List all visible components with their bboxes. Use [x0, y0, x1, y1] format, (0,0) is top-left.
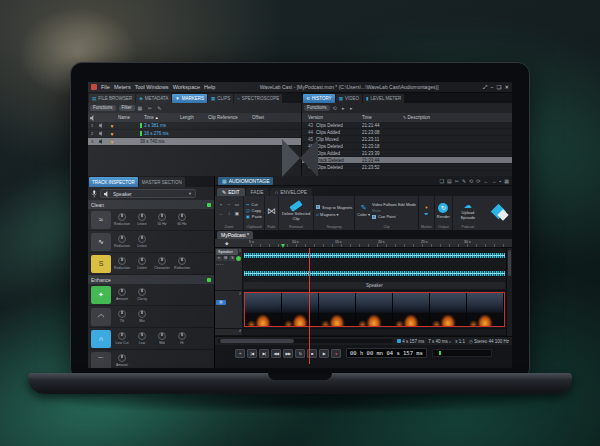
knob-control[interactable] — [118, 213, 126, 221]
play-button[interactable]: ▶ — [319, 349, 329, 358]
denoiser-button[interactable]: ≈ — [91, 211, 111, 229]
tab-markers[interactable]: ▼MARKERS — [172, 94, 207, 103]
knob-control[interactable] — [138, 213, 146, 221]
track2-header[interactable]: 2 ▦ — [215, 291, 243, 329]
pen-icon[interactable]: ✎ — [361, 204, 367, 212]
video-track-button[interactable]: ▦ — [216, 300, 226, 305]
rewind-button[interactable]: ◀◀ — [271, 349, 281, 358]
solo-button[interactable]: S — [229, 256, 235, 261]
functions-button[interactable]: Functions — [90, 105, 116, 112]
knob-control[interactable] — [118, 235, 126, 243]
zoom-tool-icon[interactable]: ▭ — [233, 202, 241, 211]
header-tool-icon[interactable]: ✂ — [455, 178, 459, 184]
copy-button[interactable]: ❏Copy — [246, 208, 262, 213]
limiter-button[interactable]: ⌒ — [91, 352, 111, 369]
magnifier-icon[interactable]: ⌕ — [449, 339, 452, 344]
scrollbar-thumb[interactable] — [220, 339, 294, 343]
knob-control[interactable] — [138, 235, 146, 243]
header-tool-icon[interactable]: ← — [483, 178, 488, 184]
history-row[interactable]: 43Clips Deleted21:21:44 — [302, 122, 512, 129]
history-toolbar-icons[interactable]: ⟲ ▸ ▸ — [333, 105, 355, 111]
knob-control[interactable] — [138, 257, 146, 265]
snap-to-magnets-checkbox[interactable]: ✓Snap to Magnets — [316, 205, 352, 210]
history-row[interactable]: 46Clips Deleted21:23:18 — [302, 143, 512, 150]
cut-button[interactable]: ✂Cut — [246, 202, 262, 207]
knob-control[interactable] — [178, 332, 186, 340]
col-clip-reference[interactable]: Clip Reference — [208, 115, 252, 120]
marker-drop-icon[interactable]: ▾ — [425, 205, 427, 210]
tone-button[interactable]: ◠ — [91, 308, 111, 326]
minimize-icon[interactable]: − — [490, 84, 493, 91]
knob-control[interactable] — [118, 288, 126, 296]
upload-episode-button[interactable]: Upload Episode — [455, 210, 481, 220]
menu-tool-windows[interactable]: Tool Windows — [135, 84, 169, 90]
scrollbar-thumb[interactable] — [508, 250, 511, 276]
col-description[interactable]: ✎ Description — [402, 115, 512, 120]
knob-control[interactable] — [118, 257, 126, 265]
track-name[interactable]: Speaker — [216, 249, 238, 255]
crossfade-icon[interactable]: ⋈ — [267, 206, 276, 216]
markers-toolbar-icons[interactable]: ▦ ✂ ✎ — [138, 105, 164, 111]
history-row[interactable]: 47Clips Added21:23:39 — [302, 150, 512, 157]
forward-button[interactable]: ▶▶ — [283, 349, 293, 358]
go-start-button[interactable]: « — [235, 349, 245, 358]
track-routing-icons[interactable]: ▪▪▪▪ — [216, 262, 241, 266]
fullscreen-icon[interactable]: ⤢ — [483, 84, 487, 91]
track1-header[interactable]: 1 Speaker ≡ M S ▪▪▪▪ — [215, 248, 243, 291]
track4-lane[interactable] — [243, 329, 512, 336]
menu-help[interactable]: Help — [204, 84, 215, 90]
magnets-dropdown[interactable]: ∪ Magnets ▾ — [316, 212, 339, 217]
section-header-clean[interactable]: Clean — [88, 200, 214, 209]
marker-row[interactable]: 2▼16 s 276 ms — [88, 130, 301, 138]
history-row[interactable]: 48Track Deleted21:23:44 — [302, 157, 512, 164]
knob-control[interactable] — [118, 332, 126, 340]
knob-control[interactable] — [158, 213, 166, 221]
tab-clips[interactable]: ▦CLIPS — [208, 94, 233, 103]
header-tool-icon[interactable]: ⟲ — [469, 178, 473, 184]
header-tool-icon[interactable]: ✎ — [462, 178, 466, 184]
header-tool-icon[interactable]: ▤ — [447, 178, 452, 184]
channel-select[interactable]: Speaker ▼ — [100, 189, 196, 198]
header-tool-icon[interactable]: ▦ — [504, 178, 509, 184]
section-enabled-led[interactable] — [207, 278, 211, 282]
tab-video[interactable]: ▦VIDEO — [336, 94, 362, 103]
loop-button[interactable]: ↻ — [295, 349, 305, 358]
filter-button[interactable]: Filter — [119, 105, 135, 112]
header-tool-icon[interactable]: ❏ — [439, 178, 443, 184]
voice-exciter-button[interactable]: ✦ — [91, 286, 111, 304]
col-time[interactable]: Time — [362, 115, 402, 120]
knob-control[interactable] — [158, 332, 166, 340]
zoom-tool-icon[interactable]: ▣ — [233, 211, 241, 220]
knob-control[interactable] — [158, 257, 166, 265]
deesser-button[interactable]: S — [91, 255, 111, 273]
tab-history[interactable]: ⟲HISTORY — [303, 94, 335, 103]
mute-button[interactable]: Mute — [372, 208, 381, 213]
playhead-cursor[interactable] — [309, 248, 310, 364]
menu-workspace[interactable]: Workspace — [173, 84, 200, 90]
dehummer-button[interactable]: ∿ — [91, 233, 111, 251]
record-enable-icon[interactable] — [236, 256, 241, 261]
tab-metadata[interactable]: ◈METADATA — [136, 94, 171, 103]
tab-master-section[interactable]: MASTER SECTION — [139, 177, 185, 187]
section-header-enhance[interactable]: Enhance — [88, 275, 214, 284]
header-tool-icon[interactable]: ⟳ — [476, 178, 480, 184]
marker-pair-icon[interactable]: ◂▸ — [424, 211, 429, 216]
upload-cloud-icon[interactable]: ☁ — [464, 202, 472, 210]
track4-header[interactable]: 4 — [215, 329, 243, 336]
knob-control[interactable] — [118, 354, 126, 362]
tab-level-meter[interactable]: ▮LEVEL METER — [363, 94, 404, 103]
zoom-tool-icon[interactable]: ↕ — [225, 211, 233, 220]
col-name[interactable]: Name — [118, 115, 144, 120]
color-dropdown[interactable]: Color ▾ — [357, 212, 370, 217]
functions-button[interactable]: Functions — [304, 105, 330, 112]
tab-file-browser[interactable]: ▤FILE BROWSER — [89, 94, 135, 103]
audio-format[interactable]: ◷Stereo 44 100 Hz — [469, 339, 509, 344]
track-menu-button[interactable]: ≡ — [216, 256, 222, 261]
next-marker-button[interactable]: ▶| — [259, 349, 269, 358]
tab-edit[interactable]: ✎EDIT — [217, 188, 245, 196]
tab-envelope[interactable]: ∩ENVELOPE — [270, 188, 313, 196]
header-tool-icon[interactable]: ▪ — [499, 178, 501, 184]
section-enabled-led[interactable] — [207, 203, 211, 207]
history-row[interactable]: 49Clips Deleted21:23:52 — [302, 164, 512, 171]
menu-file[interactable]: File — [101, 84, 110, 90]
